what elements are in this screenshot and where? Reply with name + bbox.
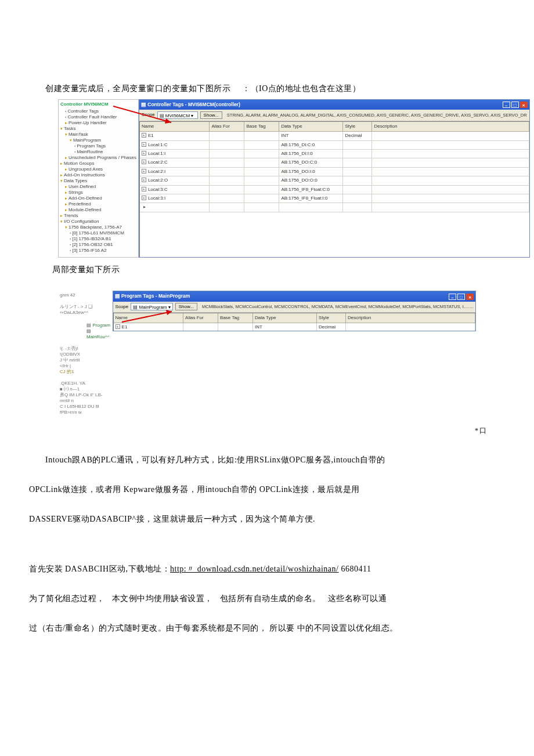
window-title: Controller Tags - MVI56MCM(controller) xyxy=(147,100,240,109)
column-header[interactable]: Base Tag xyxy=(218,313,253,323)
tree-item[interactable]: Module-Defined xyxy=(60,207,136,213)
scope-bar-2: Scope ▤ MainProgram ▾ Show... MCMBlockSt… xyxy=(113,302,475,313)
program-tags-node[interactable]: Program xyxy=(92,323,110,328)
tree-misc-line: !(ODBIVX xyxy=(60,352,111,357)
column-header[interactable]: Name xyxy=(140,122,210,132)
tree-item[interactable]: [3] 1756-IF16 A2 xyxy=(60,248,136,254)
tree-item[interactable]: Power-Up Handler xyxy=(60,120,136,126)
table-row[interactable]: +E1INTDecimal xyxy=(114,323,475,331)
tree-misc-line: .QKE1H. YA xyxy=(60,381,111,386)
maximize-button[interactable]: □ xyxy=(457,294,465,300)
filter-text: STRING, ALARM, ALARM_ANALOG, ALARM_DIGIT… xyxy=(225,111,527,120)
local-vars-caption: 局部变量如下所示 xyxy=(52,262,505,277)
column-header[interactable]: Description xyxy=(346,313,475,323)
tree-item[interactable]: Add-On Instructions xyxy=(60,172,136,178)
body-p2: OPCLink做连接，或者用 Kepware做服务器，用intouch自带的 O… xyxy=(29,482,505,497)
maximize-button[interactable]: □ xyxy=(511,102,519,108)
column-header[interactable]: Data Type xyxy=(279,122,343,132)
main-routine-node[interactable]: MainRou^^ xyxy=(86,334,110,339)
column-header[interactable]: Data Type xyxy=(253,313,317,323)
show-button[interactable]: Show... xyxy=(200,111,222,119)
tree-item[interactable]: MainTask xyxy=(60,132,136,138)
body-p5: 为了简化组态过程， 本文例中均使用缺省设置， 包括所有自动生成的命名。 这些名称… xyxy=(29,591,505,606)
tags-grid[interactable]: NameAlias ForBase TagData TypeStyleDescr… xyxy=(139,121,529,257)
minimize-button[interactable]: – xyxy=(449,294,456,300)
tree-item[interactable]: Trends xyxy=(60,213,136,219)
program-tags-grid[interactable]: NameAlias ForBase TagData TypeStyleDescr… xyxy=(113,313,475,331)
table-row[interactable]: +E1INTDecimal xyxy=(140,132,529,140)
show-button-2[interactable]: Show... xyxy=(175,303,197,310)
tree-item[interactable]: Program Tags xyxy=(60,143,136,149)
controller-organizer-tree[interactable]: Controller MVI56MCM Controller TagsContr… xyxy=(58,99,139,258)
tree-misc-line: ■ ⒭ n—1 xyxy=(60,386,111,392)
tree-item[interactable]: Controller Tags xyxy=(60,108,136,114)
tree-item[interactable]: Ungrouped Axes xyxy=(60,167,136,172)
window-title-2: Program Tags - MainProgram xyxy=(121,292,190,301)
column-header[interactable]: Name xyxy=(114,313,183,323)
program-tags-window: ▤ Program Tags - MainProgram – □ × Scope… xyxy=(113,291,476,331)
window-titlebar-2: ▤ Program Tags - MainProgram – □ × xyxy=(113,291,475,301)
tree-misc-line: gnm 42 xyxy=(60,292,111,298)
body-p6: 过（右击/重命名）的方式随时更改。由于每套系统都是不同的， 所以要 中的不同设置… xyxy=(29,621,505,635)
tree-item[interactable]: Tasks xyxy=(60,126,136,132)
close-button[interactable]: × xyxy=(520,102,528,108)
tree-item[interactable]: I/O Configuration xyxy=(60,219,136,225)
tree-item[interactable]: [0] 1756-L61 MVI56MCM xyxy=(60,230,136,236)
tree-root-label: Controller MVI56MCM xyxy=(60,102,136,107)
tree-misc-line: 鼻Q IM LP-Ok il" LB-mnl# n xyxy=(60,392,111,404)
p4-text-after: 6680411 xyxy=(338,565,371,573)
table-row[interactable]: +Local:1:IAB:1756_DI:I:0 xyxy=(140,150,529,158)
column-header[interactable]: Style xyxy=(343,122,372,132)
column-header[interactable]: Alias For xyxy=(210,122,244,132)
download-link[interactable]: http:〃 download.csdn.net/detail/woshizha… xyxy=(170,565,338,573)
scope-bar: Scope ▤ MVI56MCM ▾ Show... STRING, ALARM… xyxy=(139,110,529,121)
folder-icon: ▤ xyxy=(86,323,92,328)
table-row[interactable]: +Local:3:CAB:1756_IF8_Float:C:0 xyxy=(140,185,529,194)
tree-item[interactable]: [2] 1756-OB32 OB1 xyxy=(60,242,136,248)
body-p3: DASSERVE驱动DASABCIP^接，这里就讲最后一种方式，因为这个简单方便… xyxy=(29,512,505,526)
tree-item[interactable]: Unscheduled Programs / Phases xyxy=(60,155,136,161)
tree-misc-line: ルリンT - > J ❏ ∾DaLA3ew^^ xyxy=(60,304,111,316)
table-row[interactable]: +Local:3:IAB:1756_IF8_Float:I:0 xyxy=(140,194,529,203)
table-row[interactable]: +Local:2:OAB:1756_DO:O:0 xyxy=(140,176,529,185)
tree-item[interactable]: Predefined xyxy=(60,201,136,207)
tree-misc-line: <iHr | xyxy=(60,363,111,369)
tree-item[interactable]: Motion Groups xyxy=(60,161,136,167)
column-header[interactable]: Base Tag xyxy=(244,122,279,132)
p4-text-before: 首先安装 DASABCIH区动,下载地址： xyxy=(29,565,170,573)
tags-grid-window: ▤ Controller Tags - MVI56MCM(controller)… xyxy=(139,99,530,258)
column-header[interactable]: Alias For xyxy=(183,313,218,323)
minimize-button[interactable]: – xyxy=(503,102,510,108)
tree-pane-2: gnm 42 ルリンT - > J ❏ ∾DaLA3ew^^ ▤ Program… xyxy=(58,291,113,419)
tree-misc-line: !(. -;t:否)! xyxy=(60,346,111,352)
grid-icon: ▤ xyxy=(141,100,147,109)
body-p4: 首先安装 DASABCIH区动,下载地址：http:〃 download.csd… xyxy=(29,562,505,576)
close-button[interactable]: × xyxy=(466,294,474,300)
table-row[interactable]: +Local:2:IAB:1756_DO:I:0 xyxy=(140,167,529,176)
table-new-row[interactable]: ▸ xyxy=(140,203,529,212)
tree-item[interactable]: User-Defined xyxy=(60,184,136,190)
scope-combo[interactable]: ▤ MVI56MCM ▾ xyxy=(157,111,198,119)
table-row[interactable]: +Local:2:CAB:1756_DO:C:0 xyxy=(140,158,529,167)
table-row[interactable]: +Local:1:CAB:1756_DI:C:0 xyxy=(140,140,529,149)
tree-misc-line: C I L65HB12 DU fll fPB>rrm w xyxy=(60,404,111,415)
asterisk-note: *口 xyxy=(29,425,488,437)
body-p1: Intouch跟AB的PLC通讯，可以有好几种方式，比如:使用RSLinx做OP… xyxy=(29,453,505,467)
scope-label: Scope xyxy=(142,111,155,119)
tree-item[interactable]: 1756 Backplane, 1756-A7 xyxy=(60,225,136,230)
filter-text-2: MCMBlockStats, MCMCCoolControl, MCMCCONT… xyxy=(200,303,473,311)
tree-item[interactable]: MainRoutine xyxy=(60,149,136,155)
intro-text-after: ：（IO点的地址也包含在这里） xyxy=(242,84,360,93)
routine-icon: ▤ xyxy=(86,328,91,334)
column-header[interactable]: Description xyxy=(372,122,529,132)
tree-item[interactable]: Strings xyxy=(60,190,136,196)
tree-item[interactable]: Add-On-Defined xyxy=(60,196,136,201)
tree-item[interactable]: Data Types xyxy=(60,178,136,184)
tree-item[interactable]: [1] 1756-IB32/A B1 xyxy=(60,236,136,242)
tree-misc-line: J 屮 nrIrtil xyxy=(60,357,111,363)
tree-item[interactable]: Controller Fault Handler xyxy=(60,114,136,120)
column-header[interactable]: Style xyxy=(317,313,346,323)
tree-item[interactable]: MainProgram xyxy=(60,138,136,143)
scope-combo-2[interactable]: ▤ MainProgram ▾ xyxy=(131,303,172,310)
scope-label-2: Scope xyxy=(116,303,129,311)
